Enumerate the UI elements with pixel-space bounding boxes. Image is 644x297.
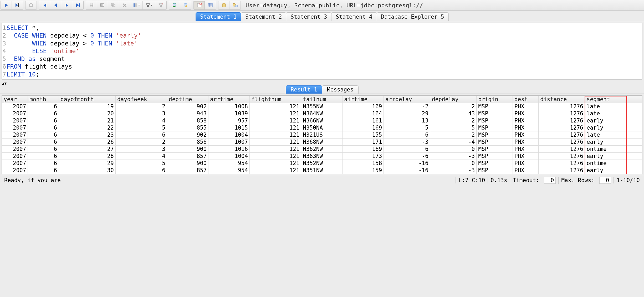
table-row[interactable]: 200762039431039121N364NW1642943MSPPHX127…: [2, 110, 642, 117]
cell[interactable]: MSP: [477, 146, 513, 153]
code-line[interactable]: SELECT *,: [7, 24, 39, 32]
cell[interactable]: -2: [384, 103, 430, 110]
run-button[interactable]: [1, 1, 12, 9]
cell[interactable]: 1015: [208, 124, 250, 131]
cell[interactable]: 0: [430, 146, 477, 153]
cell[interactable]: PHX: [513, 139, 538, 146]
cell[interactable]: 121: [250, 160, 301, 167]
delete-row-button[interactable]: [119, 1, 130, 9]
cell[interactable]: PHX: [513, 110, 538, 117]
code-line[interactable]: CASE WHEN depdelay < 0 THEN 'early': [7, 32, 141, 39]
column-header[interactable]: month: [28, 96, 59, 103]
first-button[interactable]: [39, 1, 50, 9]
cell[interactable]: 856: [167, 139, 208, 146]
cell[interactable]: 3: [115, 110, 167, 117]
result-grid[interactable]: yearmonthdayofmonthdayofweekdeptimearrti…: [2, 95, 642, 174]
db-objects-button[interactable]: [229, 1, 241, 9]
cell[interactable]: 20: [59, 110, 116, 117]
cell[interactable]: PHX: [513, 117, 538, 124]
cell[interactable]: N363NW: [301, 153, 343, 160]
column-header[interactable]: dayofweek: [115, 96, 167, 103]
cell[interactable]: 43: [430, 110, 477, 117]
last-button[interactable]: [72, 1, 83, 9]
cell[interactable]: 0: [430, 160, 477, 167]
cell[interactable]: 169: [343, 124, 384, 131]
cell[interactable]: 1276: [539, 167, 585, 174]
cell[interactable]: 2: [115, 139, 167, 146]
cell[interactable]: 4: [115, 153, 167, 160]
code-line[interactable]: ELSE 'ontime': [7, 47, 79, 55]
add-row-button[interactable]: [97, 1, 108, 9]
cell[interactable]: 27: [59, 146, 116, 153]
cell[interactable]: -16: [384, 160, 430, 167]
code-line[interactable]: WHEN depdelay > 0 THEN 'late': [7, 40, 138, 47]
cell[interactable]: 1276: [539, 146, 585, 153]
cell[interactable]: -6: [384, 153, 430, 160]
column-header[interactable]: arrdelay: [384, 96, 430, 103]
cell[interactable]: early: [585, 139, 626, 146]
cell[interactable]: 23: [59, 131, 116, 139]
cell[interactable]: 1008: [208, 103, 250, 110]
cell[interactable]: 121: [250, 117, 301, 124]
timeout-value[interactable]: 0: [544, 177, 556, 184]
cell[interactable]: 1276: [539, 124, 585, 131]
cell[interactable]: 1004: [208, 153, 250, 160]
column-header[interactable]: distance: [539, 96, 585, 103]
table-row[interactable]: 200762369021004121N321US155-62MSPPHX1276…: [2, 131, 642, 139]
cell[interactable]: 121: [250, 103, 301, 110]
cell[interactable]: MSP: [477, 167, 513, 174]
cell[interactable]: 121: [250, 153, 301, 160]
table-row[interactable]: 200762258551015121N350NA1695-5MSPPHX1276…: [2, 124, 642, 131]
cell[interactable]: 1016: [208, 146, 250, 153]
filter-button[interactable]: ▼: [143, 1, 155, 9]
select-columns-button[interactable]: ▼: [130, 1, 143, 9]
cell[interactable]: 858: [167, 117, 208, 124]
clear-filter-button[interactable]: [155, 1, 166, 9]
column-header[interactable]: tailnum: [301, 96, 343, 103]
cell[interactable]: 21: [59, 117, 116, 124]
statement-tab[interactable]: Database Explorer 5: [377, 12, 449, 21]
cell[interactable]: 900: [167, 146, 208, 153]
statement-tab[interactable]: Statement 2: [241, 12, 286, 21]
cell[interactable]: -5: [430, 124, 477, 131]
cell[interactable]: 1276: [539, 110, 585, 117]
rollback-button[interactable]: [180, 1, 191, 9]
cell[interactable]: 173: [343, 153, 384, 160]
cell[interactable]: early: [585, 117, 626, 124]
cell[interactable]: 121: [250, 167, 301, 174]
column-header[interactable]: year: [2, 96, 28, 103]
table-row[interactable]: 200761929021008121N355NW169-22MSPPHX1276…: [2, 103, 642, 110]
cell[interactable]: 2: [430, 131, 477, 139]
cell[interactable]: MSP: [477, 131, 513, 139]
cell[interactable]: 2007: [2, 146, 28, 153]
cell[interactable]: 2: [115, 103, 167, 110]
append-results-button[interactable]: [205, 1, 216, 9]
cell[interactable]: 2007: [2, 131, 28, 139]
save-button[interactable]: [86, 1, 97, 9]
column-header[interactable]: deptime: [167, 96, 208, 103]
split-handle[interactable]: ▲▼: [0, 81, 644, 85]
run-cursor-button[interactable]: [12, 1, 23, 9]
cell[interactable]: 2007: [2, 139, 28, 146]
table-row[interactable]: 200762848571004121N363NW173-6-3MSPPHX127…: [2, 153, 642, 160]
cell[interactable]: 2: [430, 103, 477, 110]
column-header[interactable]: airtime: [343, 96, 384, 103]
cell[interactable]: 28: [59, 153, 116, 160]
cell[interactable]: 855: [167, 124, 208, 131]
cell[interactable]: 1276: [539, 103, 585, 110]
cell[interactable]: 121: [250, 110, 301, 117]
cell[interactable]: 2007: [2, 117, 28, 124]
cell[interactable]: 857: [167, 167, 208, 174]
cell[interactable]: 900: [167, 160, 208, 167]
cell[interactable]: late: [585, 110, 626, 117]
cell[interactable]: 19: [59, 103, 116, 110]
cell[interactable]: 857: [167, 153, 208, 160]
column-header[interactable]: flightnum: [250, 96, 301, 103]
cell[interactable]: 158: [343, 160, 384, 167]
cell[interactable]: 6: [28, 131, 59, 139]
column-header[interactable]: dest: [513, 96, 538, 103]
next-button[interactable]: [61, 1, 72, 9]
column-header[interactable]: dayofmonth: [59, 96, 116, 103]
cell[interactable]: MSP: [477, 117, 513, 124]
cell[interactable]: PHX: [513, 103, 538, 110]
